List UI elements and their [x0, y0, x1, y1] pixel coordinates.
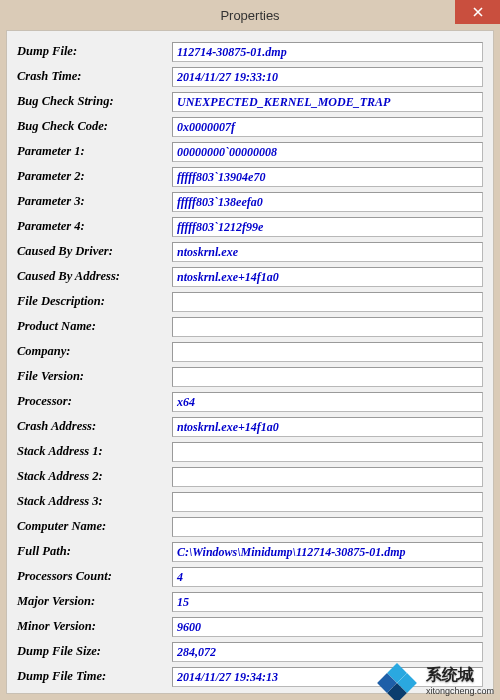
watermark-logo-icon	[380, 666, 420, 696]
property-row: Parameter 4:fffff803`1212f99e	[17, 216, 483, 237]
close-button[interactable]	[455, 0, 500, 24]
property-row: Parameter 1:00000000`00000008	[17, 141, 483, 162]
property-row: Bug Check Code:0x0000007f	[17, 116, 483, 137]
property-label: Minor Version:	[17, 619, 172, 634]
property-label: Parameter 3:	[17, 194, 172, 209]
property-value[interactable]: 0x0000007f	[172, 117, 483, 137]
property-row: File Description:	[17, 291, 483, 312]
property-label: Parameter 1:	[17, 144, 172, 159]
property-label: Stack Address 3:	[17, 494, 172, 509]
property-value[interactable]	[172, 492, 483, 512]
property-value[interactable]: C:\Windows\Minidump\112714-30875-01.dmp	[172, 542, 483, 562]
property-label: File Version:	[17, 369, 172, 384]
property-row: Full Path:C:\Windows\Minidump\112714-308…	[17, 541, 483, 562]
property-value[interactable]	[172, 367, 483, 387]
property-label: File Description:	[17, 294, 172, 309]
property-row: Stack Address 2:	[17, 466, 483, 487]
property-row: Caused By Driver:ntoskrnl.exe	[17, 241, 483, 262]
property-value[interactable]: fffff803`138eefa0	[172, 192, 483, 212]
property-label: Bug Check Code:	[17, 119, 172, 134]
property-label: Processors Count:	[17, 569, 172, 584]
property-row: Dump File:112714-30875-01.dmp	[17, 41, 483, 62]
property-label: Caused By Driver:	[17, 244, 172, 259]
property-row: Stack Address 3:	[17, 491, 483, 512]
property-row: Processors Count:4	[17, 566, 483, 587]
property-label: Stack Address 2:	[17, 469, 172, 484]
titlebar[interactable]: Properties	[0, 0, 500, 30]
property-label: Caused By Address:	[17, 269, 172, 284]
property-row: Parameter 3:fffff803`138eefa0	[17, 191, 483, 212]
property-row: File Version:	[17, 366, 483, 387]
property-row: Dump File Size:284,072	[17, 641, 483, 662]
property-row: Caused By Address:ntoskrnl.exe+14f1a0	[17, 266, 483, 287]
property-value[interactable]: 284,072	[172, 642, 483, 662]
property-label: Dump File:	[17, 44, 172, 59]
watermark-text: 系统城	[426, 665, 494, 686]
property-label: Bug Check String:	[17, 94, 172, 109]
property-row: Crash Time:2014/11/27 19:33:10	[17, 66, 483, 87]
property-label: Crash Address:	[17, 419, 172, 434]
property-row: Bug Check String:UNEXPECTED_KERNEL_MODE_…	[17, 91, 483, 112]
property-value[interactable]: ntoskrnl.exe+14f1a0	[172, 417, 483, 437]
property-value[interactable]	[172, 442, 483, 462]
property-label: Stack Address 1:	[17, 444, 172, 459]
property-value[interactable]: 9600	[172, 617, 483, 637]
property-label: Computer Name:	[17, 519, 172, 534]
property-value[interactable]: 2014/11/27 19:33:10	[172, 67, 483, 87]
watermark-subtext: xitongcheng.com	[426, 686, 494, 696]
property-row: Product Name:	[17, 316, 483, 337]
property-value[interactable]	[172, 467, 483, 487]
property-row: Company:	[17, 341, 483, 362]
property-value[interactable]: fffff803`1212f99e	[172, 217, 483, 237]
property-value[interactable]: ntoskrnl.exe	[172, 242, 483, 262]
property-value[interactable]: UNEXPECTED_KERNEL_MODE_TRAP	[172, 92, 483, 112]
property-label: Dump File Size:	[17, 644, 172, 659]
property-label: Processor:	[17, 394, 172, 409]
property-row: Parameter 2:fffff803`13904e70	[17, 166, 483, 187]
property-label: Crash Time:	[17, 69, 172, 84]
property-row: Processor:x64	[17, 391, 483, 412]
property-value[interactable]: 112714-30875-01.dmp	[172, 42, 483, 62]
property-value[interactable]: 15	[172, 592, 483, 612]
property-value[interactable]: x64	[172, 392, 483, 412]
properties-window: Properties Dump File:112714-30875-01.dmp…	[0, 0, 500, 700]
property-label: Full Path:	[17, 544, 172, 559]
property-value[interactable]	[172, 317, 483, 337]
properties-panel: Dump File:112714-30875-01.dmpCrash Time:…	[6, 30, 494, 694]
property-label: Dump File Time:	[17, 669, 172, 684]
property-row: Crash Address:ntoskrnl.exe+14f1a0	[17, 416, 483, 437]
property-value[interactable]	[172, 517, 483, 537]
property-value[interactable]: fffff803`13904e70	[172, 167, 483, 187]
property-label: Parameter 4:	[17, 219, 172, 234]
property-label: Company:	[17, 344, 172, 359]
property-row: Minor Version:9600	[17, 616, 483, 637]
property-label: Major Version:	[17, 594, 172, 609]
property-row: Stack Address 1:	[17, 441, 483, 462]
window-title: Properties	[0, 8, 500, 23]
property-value[interactable]: 4	[172, 567, 483, 587]
property-label: Parameter 2:	[17, 169, 172, 184]
property-value[interactable]	[172, 342, 483, 362]
property-row: Computer Name:	[17, 516, 483, 537]
property-value[interactable]: ntoskrnl.exe+14f1a0	[172, 267, 483, 287]
property-value[interactable]: 00000000`00000008	[172, 142, 483, 162]
close-icon	[473, 5, 483, 20]
property-label: Product Name:	[17, 319, 172, 334]
property-value[interactable]	[172, 292, 483, 312]
property-row: Major Version:15	[17, 591, 483, 612]
watermark: 系统城 xitongcheng.com	[380, 665, 494, 696]
